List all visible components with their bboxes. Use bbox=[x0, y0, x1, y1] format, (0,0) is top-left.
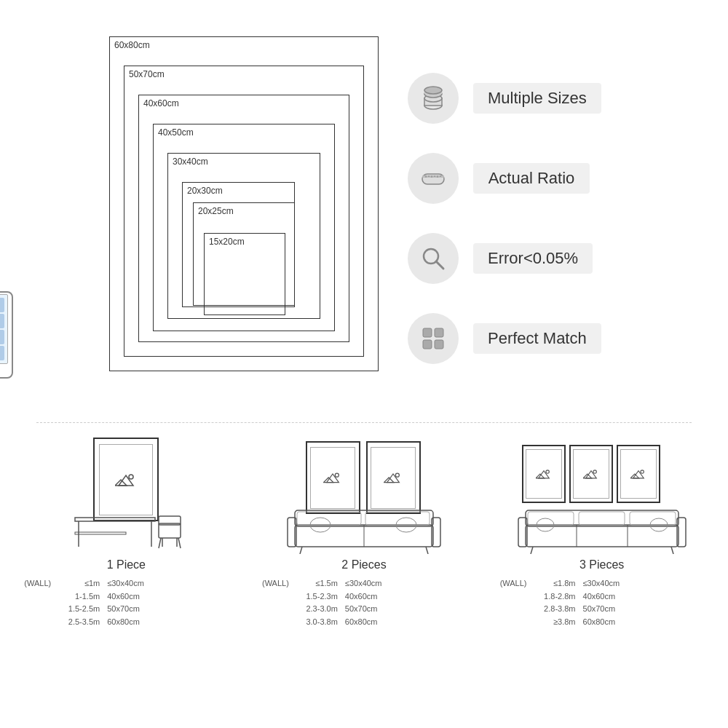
svg-rect-23 bbox=[75, 518, 155, 521]
coins-icon bbox=[419, 84, 448, 113]
svg-point-52 bbox=[546, 470, 549, 473]
artwork-scene-1 bbox=[31, 438, 221, 554]
size-label-30x40cm: 30x40cm bbox=[173, 157, 208, 167]
2p-row2-size: 50x70cm bbox=[345, 603, 392, 616]
1-piece-wall-label: (WALL) bbox=[24, 577, 51, 590]
3p-row3-size: 60x80cm bbox=[583, 616, 630, 629]
top-section: 17cm 24cm bbox=[0, 0, 728, 422]
mountain-icon-2a bbox=[323, 470, 342, 485]
size-label-20x30cm: 20x30cm bbox=[187, 186, 223, 196]
feature-multiple-sizes: Multiple Sizes bbox=[408, 73, 692, 124]
frame-t1 bbox=[522, 445, 566, 503]
svg-point-38 bbox=[396, 473, 400, 477]
3p-row2-size: 50x70cm bbox=[583, 603, 630, 616]
1-piece-table: (WALL) ≤1m≤30x40cm 1-1.5m40x60cm 1.5-2.5… bbox=[17, 577, 235, 628]
svg-rect-67 bbox=[630, 512, 676, 525]
svg-rect-45 bbox=[365, 512, 430, 525]
mountain-icon-3c bbox=[630, 467, 646, 480]
row0-range: ≤1m bbox=[60, 577, 100, 590]
feature-error: Error<0.05% bbox=[408, 233, 692, 284]
svg-point-35 bbox=[336, 473, 339, 477]
placement-3-pieces: 3 Pieces (WALL) ≤1.8m≤30x40cm 1.8-2.8m40… bbox=[493, 438, 711, 628]
perfect-match-label: Perfect Match bbox=[473, 323, 601, 354]
row0-size: ≤30x40cm bbox=[107, 577, 154, 590]
svg-rect-16 bbox=[423, 328, 432, 337]
magnifier-icon-circle bbox=[408, 233, 459, 284]
2p-row3-size: 60x80cm bbox=[345, 616, 392, 629]
svg-line-29 bbox=[178, 538, 181, 548]
row3-range: 2.5-3.5m bbox=[60, 616, 100, 629]
3-pieces-wall-label: (WALL) bbox=[500, 577, 527, 590]
2p-row3-range: 3.0-3.8m bbox=[298, 616, 338, 629]
tape-icon bbox=[419, 164, 448, 193]
mountain-icon-2b bbox=[384, 470, 403, 485]
size-label-40x50cm: 40x50cm bbox=[158, 127, 194, 138]
svg-rect-19 bbox=[435, 340, 443, 349]
2-pieces-wall-label: (WALL) bbox=[262, 577, 289, 590]
svg-line-68 bbox=[531, 547, 533, 554]
3p-row0-range: ≤1.8m bbox=[536, 577, 576, 590]
svg-point-5 bbox=[424, 87, 442, 94]
desk-furniture bbox=[68, 496, 184, 554]
2-pieces-label: 2 Pieces bbox=[341, 558, 386, 571]
feature-actual-ratio: Actual Ratio bbox=[408, 153, 692, 204]
size-label-50x70cm: 50x70cm bbox=[129, 69, 165, 79]
svg-point-22 bbox=[129, 475, 133, 479]
grid-icon-circle bbox=[408, 313, 459, 364]
2-pieces-table: (WALL) ≤1.5m≤30x40cm 1.5-2.3m40x60cm 2.3… bbox=[255, 577, 473, 628]
row2-range: 1.5-2.5m bbox=[60, 603, 100, 616]
size-diagram: 17cm 24cm bbox=[36, 29, 386, 408]
svg-line-15 bbox=[436, 261, 443, 269]
2p-row0-size: ≤30x40cm bbox=[345, 577, 392, 590]
grid-icon bbox=[419, 324, 448, 353]
row1-range: 1-1.5m bbox=[60, 590, 100, 604]
svg-rect-60 bbox=[526, 510, 678, 526]
svg-line-46 bbox=[300, 547, 302, 554]
frames-triple bbox=[522, 445, 660, 503]
error-label: Error<0.05% bbox=[473, 243, 593, 274]
1-piece-label: 1 Piece bbox=[107, 558, 146, 571]
actual-ratio-label: Actual Ratio bbox=[473, 163, 590, 194]
artwork-scene-3 bbox=[507, 438, 697, 554]
3p-row0-size: ≤30x40cm bbox=[583, 577, 630, 590]
svg-line-69 bbox=[671, 547, 673, 554]
tape-icon-circle bbox=[408, 153, 459, 204]
artwork-scene-2 bbox=[269, 438, 459, 554]
svg-rect-26 bbox=[75, 532, 126, 534]
tablet-illustration bbox=[0, 291, 13, 379]
row2-size: 50x70cm bbox=[107, 603, 154, 616]
3p-row2-range: 2.8-3.8m bbox=[536, 603, 576, 616]
2p-row0-range: ≤1.5m bbox=[298, 577, 338, 590]
magnifier-icon bbox=[419, 244, 448, 273]
features-panel: Multiple Sizes Actual Ratio bbox=[386, 44, 713, 393]
row3-size: 60x80cm bbox=[107, 616, 154, 629]
size-label-40x60cm: 40x60cm bbox=[143, 98, 179, 108]
size-label-20x25cm: 20x25cm bbox=[198, 206, 234, 216]
placement-1-piece: 1 Piece (WALL) ≤1m≤30x40cm 1-1.5m40x60cm… bbox=[17, 438, 235, 628]
frame-t3 bbox=[617, 445, 660, 503]
svg-rect-27 bbox=[159, 523, 181, 538]
2p-row2-range: 2.3-3.0m bbox=[298, 603, 338, 616]
svg-rect-59 bbox=[526, 525, 678, 547]
mountain-icon-single bbox=[115, 471, 137, 488]
3p-row1-size: 40x60cm bbox=[583, 590, 630, 604]
2p-row1-size: 40x60cm bbox=[345, 590, 392, 604]
feature-perfect-match: Perfect Match bbox=[408, 313, 692, 364]
svg-point-58 bbox=[641, 470, 644, 473]
size-box-15x20cm: 15x20cm bbox=[204, 233, 285, 315]
3p-row3-range: ≥3.8m bbox=[536, 616, 576, 629]
svg-rect-18 bbox=[423, 340, 432, 349]
svg-rect-44 bbox=[297, 512, 361, 525]
3p-row1-range: 1.8-2.8m bbox=[536, 590, 576, 604]
placement-2-pieces: 2 Pieces (WALL) ≤1.5m≤30x40cm 1.5-2.3m40… bbox=[255, 438, 473, 628]
sofa3-svg bbox=[515, 503, 689, 554]
bottom-section: 1 Piece (WALL) ≤1m≤30x40cm 1-1.5m40x60cm… bbox=[0, 423, 728, 636]
3-pieces-label: 3 Pieces bbox=[579, 558, 624, 571]
svg-rect-17 bbox=[435, 328, 443, 337]
sofa2-svg bbox=[284, 503, 444, 554]
frame-t2 bbox=[569, 445, 613, 503]
sofa-2-furniture bbox=[284, 503, 444, 554]
size-label-60x80cm: 60x80cm bbox=[114, 40, 150, 50]
size-label-15x20cm: 15x20cm bbox=[209, 237, 245, 247]
svg-point-55 bbox=[593, 470, 596, 473]
